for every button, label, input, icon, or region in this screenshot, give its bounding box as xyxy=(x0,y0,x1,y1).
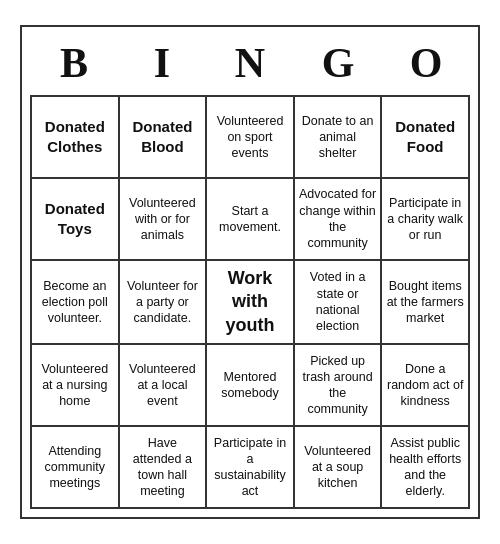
bingo-cell-7: Start a movement. xyxy=(207,179,295,261)
bingo-cell-16: Volunteered at a local event xyxy=(120,345,208,427)
bingo-cell-10: Become an election poll volunteer. xyxy=(32,261,120,345)
bingo-cell-18: Picked up trash around the community xyxy=(295,345,383,427)
bingo-cell-13: Voted in a state or national election xyxy=(295,261,383,345)
bingo-cell-8: Advocated for change within the communit… xyxy=(295,179,383,261)
bingo-cell-17: Mentored somebody xyxy=(207,345,295,427)
bingo-cell-9: Participate in a charity walk or run xyxy=(382,179,470,261)
bingo-cell-14: Bought items at the farmers market xyxy=(382,261,470,345)
bingo-header: BINGO xyxy=(30,35,470,95)
bingo-letter-n: N xyxy=(210,39,290,87)
bingo-letter-i: I xyxy=(122,39,202,87)
bingo-grid: Donated ClothesDonated BloodVolunteered … xyxy=(30,95,470,509)
bingo-cell-12: Work with youth xyxy=(207,261,295,345)
bingo-cell-3: Donate to an animal shelter xyxy=(295,97,383,179)
bingo-cell-2: Volunteered on sport events xyxy=(207,97,295,179)
bingo-cell-1: Donated Blood xyxy=(120,97,208,179)
bingo-cell-11: Volunteer for a party or candidate. xyxy=(120,261,208,345)
bingo-letter-g: G xyxy=(298,39,378,87)
bingo-cell-6: Volunteered with or for animals xyxy=(120,179,208,261)
bingo-cell-23: Volunteered at a soup kitchen xyxy=(295,427,383,509)
bingo-cell-15: Volunteered at a nursing home xyxy=(32,345,120,427)
bingo-letter-o: O xyxy=(386,39,466,87)
bingo-cell-24: Assist public health efforts and the eld… xyxy=(382,427,470,509)
bingo-cell-4: Donated Food xyxy=(382,97,470,179)
bingo-cell-5: Donated Toys xyxy=(32,179,120,261)
bingo-cell-20: Attending community meetings xyxy=(32,427,120,509)
bingo-card: BINGO Donated ClothesDonated BloodVolunt… xyxy=(20,25,480,519)
bingo-cell-22: Participate in a sustainability act xyxy=(207,427,295,509)
bingo-cell-0: Donated Clothes xyxy=(32,97,120,179)
bingo-cell-21: Have attended a town hall meeting xyxy=(120,427,208,509)
bingo-cell-19: Done a random act of kindness xyxy=(382,345,470,427)
bingo-letter-b: B xyxy=(34,39,114,87)
